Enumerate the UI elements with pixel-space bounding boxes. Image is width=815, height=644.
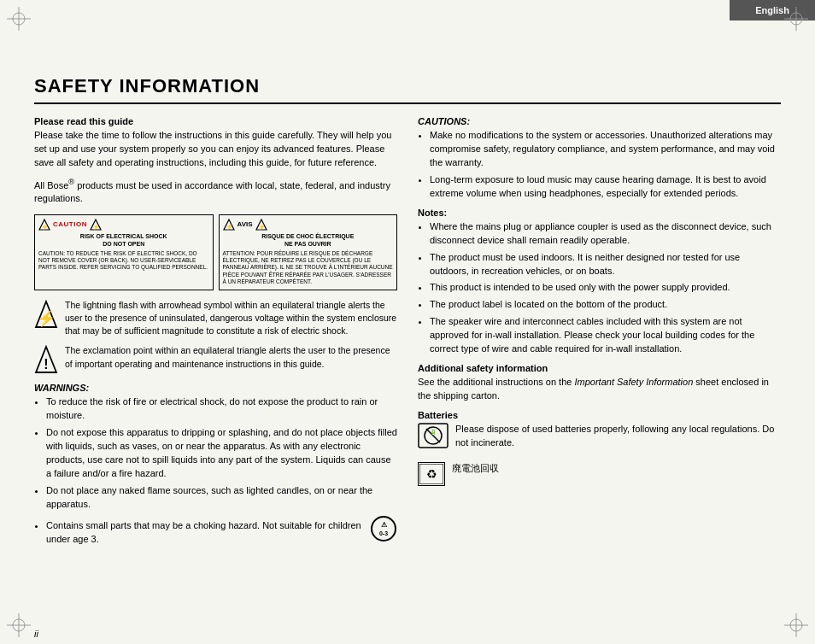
svg-text:⚡: ⚡ — [257, 223, 265, 231]
note-item-3: This product is intended to be used only… — [430, 281, 781, 295]
note-item-1: Where the mains plug or appliance couple… — [430, 220, 781, 248]
left-column: Please read this guide Please take the t… — [34, 116, 397, 553]
note-item-4: The product label is located on the bott… — [430, 298, 781, 312]
battery-recycle-row: ♻ 廃電池回収 — [418, 462, 781, 486]
svg-text:⚠: ⚠ — [381, 521, 388, 529]
corner-crosshair-bl — [7, 613, 31, 637]
warnings-heading: WARNINGS: — [34, 383, 397, 393]
avis-triangle-icon: ⚡ — [223, 219, 235, 231]
additional-safety-heading: Additional safety information — [418, 363, 781, 373]
caution-header: ⚡ CAUTION ⚡ — [38, 219, 209, 231]
caution-item-1: Make no modifications to the system or a… — [430, 129, 781, 170]
lightning-icon: ⚡ — [34, 300, 58, 331]
exclamation-icon: ! — [34, 345, 58, 376]
note-item-2: The product must be used indoors. It is … — [430, 251, 781, 278]
batteries-heading: Batteries — [418, 410, 781, 420]
corner-crosshair-tl — [7, 7, 31, 31]
notes-heading: Notes: — [418, 208, 781, 218]
lightning-symbol-row: ⚡ The lightning flash with arrowhead sym… — [34, 299, 397, 338]
warnings-list: To reduce the risk of fire or electrical… — [46, 395, 397, 546]
choking-hazard-icon: ⚠ 0-3 — [370, 515, 397, 547]
additional-safety-text: See the additional instructions on the I… — [418, 376, 781, 403]
exclamation-text: The exclamation point within an equilate… — [65, 344, 397, 370]
caution-boxes: ⚡ CAUTION ⚡ RISK OF ELECTRICAL SHOCKDO N… — [34, 214, 397, 290]
warning-item-2: Do not expose this apparatus to dripping… — [46, 426, 397, 481]
notes-list: Where the mains plug or appliance couple… — [430, 220, 781, 356]
lightning-text: The lightning flash with arrowhead symbo… — [65, 299, 397, 338]
warning-item-4: Contains small parts that may be a choki… — [46, 515, 397, 547]
avis-triangle2-icon: ⚡ — [255, 219, 267, 231]
battery-disposal-text: Please dispose of used batteries properl… — [455, 423, 781, 450]
page-title-text: Safety Information — [34, 75, 260, 97]
svg-text:⚡: ⚡ — [37, 309, 56, 328]
caution-sub: RISK OF ELECTRICAL SHOCKDO NOT OPEN — [38, 232, 209, 248]
warning-choking-text: Contains small parts that may be a choki… — [46, 519, 363, 547]
exclamation-symbol-row: ! The exclamation point within an equila… — [34, 344, 397, 376]
recycle-icon: ♻ — [418, 462, 445, 486]
avis-box: ⚡ AVIS ⚡ RISQUE DE CHOC ÉLECTRIQUENE PAS… — [219, 214, 398, 290]
battery-disposal-row: 🔋 Please dispose of used batteries prope… — [418, 423, 781, 457]
svg-text:⚡: ⚡ — [41, 223, 49, 231]
caution-item-2: Long-term exposure to loud music may cau… — [430, 173, 781, 201]
read-guide-p2: All Bose® products must be used in accor… — [34, 177, 397, 207]
battery-disposal-icon: 🔋 — [418, 423, 449, 448]
avis-sub: RISQUE DE CHOC ÉLECTRIQUENE PAS OUVRIR — [223, 232, 394, 248]
warning-item-1: To reduce the risk of fire or electrical… — [46, 395, 397, 423]
svg-text:⚡: ⚡ — [225, 223, 232, 231]
warning-choking-row: Contains small parts that may be a choki… — [46, 515, 397, 547]
cautions-list: Make no modifications to the system or a… — [430, 129, 781, 201]
svg-text:⚡: ⚡ — [91, 223, 99, 231]
right-column: CAUTIONS: Make no modifications to the s… — [418, 116, 781, 553]
corner-crosshair-br — [784, 613, 808, 637]
svg-text:0-3: 0-3 — [379, 530, 388, 536]
avis-title: AVIS — [237, 220, 253, 229]
note-item-5: The speaker wire and interconnect cables… — [430, 315, 781, 356]
columns-container: Please read this guide Please take the t… — [34, 116, 781, 553]
page-content: Safety Information Please read this guid… — [34, 75, 781, 610]
caution-body: CAUTION: TO REDUCE THE RISK OF ELECTRIC … — [38, 250, 209, 272]
corner-crosshair-tr — [784, 7, 808, 31]
svg-text:🔋: 🔋 — [430, 428, 437, 436]
caution-triangle2-icon: ⚡ — [90, 219, 102, 231]
caution-triangle-icon: ⚡ — [38, 219, 50, 231]
page-number: ii — [34, 629, 38, 639]
avis-header: ⚡ AVIS ⚡ — [223, 219, 394, 231]
svg-text:♻: ♻ — [426, 467, 437, 481]
avis-body: ATTENTION: POUR RÉDUIRE LE RISQUE DE DÉC… — [223, 250, 394, 286]
page-title: Safety Information — [34, 75, 781, 104]
svg-text:!: ! — [44, 357, 48, 372]
recycle-text: 廃電池回収 — [452, 462, 499, 476]
caution-title: CAUTION — [53, 220, 87, 229]
caution-box: ⚡ CAUTION ⚡ RISK OF ELECTRICAL SHOCKDO N… — [34, 214, 214, 290]
cautions-heading: CAUTIONS: — [418, 116, 781, 126]
read-guide-p1: Please take the time to follow the instr… — [34, 129, 397, 170]
warning-item-3: Do not place any naked flame sources, su… — [46, 484, 397, 512]
read-guide-heading: Please read this guide — [34, 116, 397, 126]
